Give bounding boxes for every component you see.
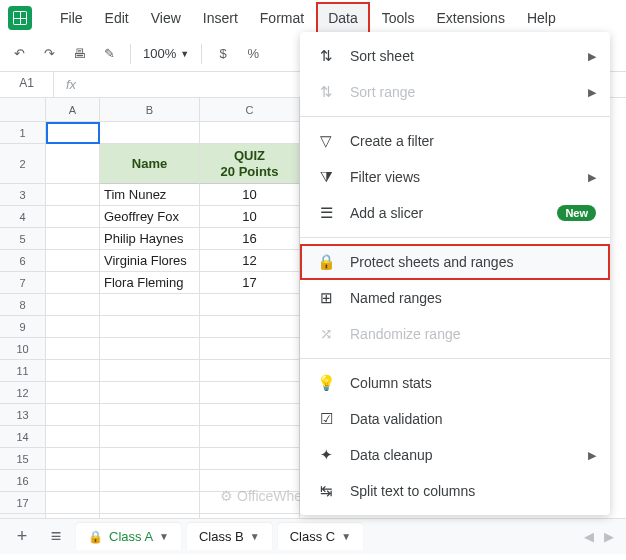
cell-score[interactable]: 12 (200, 250, 300, 272)
cell[interactable] (100, 426, 200, 448)
cell[interactable] (100, 338, 200, 360)
cell[interactable] (46, 184, 100, 206)
cell-score[interactable]: 10 (200, 206, 300, 228)
menu-edit[interactable]: Edit (95, 4, 139, 32)
protect-sheets-item[interactable]: 🔒Protect sheets and ranges (300, 244, 610, 280)
undo-icon[interactable]: ↶ (10, 45, 28, 63)
row-header[interactable]: 7 (0, 272, 46, 294)
cell[interactable] (100, 122, 200, 144)
row-header[interactable]: 12 (0, 382, 46, 404)
cell[interactable] (46, 470, 100, 492)
cell[interactable] (46, 448, 100, 470)
row-header[interactable]: 10 (0, 338, 46, 360)
cell-score[interactable]: 17 (200, 272, 300, 294)
header-quiz[interactable]: QUIZ20 Points (200, 144, 300, 184)
paint-format-icon[interactable]: ✎ (100, 45, 118, 63)
row-header[interactable]: 8 (0, 294, 46, 316)
cell[interactable] (200, 122, 300, 144)
redo-icon[interactable]: ↷ (40, 45, 58, 63)
cell[interactable] (46, 228, 100, 250)
zoom-select[interactable]: 100% ▼ (143, 46, 189, 61)
data-cleanup-item[interactable]: ✦Data cleanup▶ (300, 437, 610, 473)
header-name[interactable]: Name (100, 144, 200, 184)
cell[interactable] (100, 294, 200, 316)
menu-extensions[interactable]: Extensions (426, 4, 514, 32)
menu-view[interactable]: View (141, 4, 191, 32)
row-header[interactable]: 6 (0, 250, 46, 272)
named-ranges-item[interactable]: ⊞Named ranges (300, 280, 610, 316)
cell[interactable] (100, 382, 200, 404)
split-text-item[interactable]: ↹Split text to columns (300, 473, 610, 509)
row-header[interactable]: 11 (0, 360, 46, 382)
menu-format[interactable]: Format (250, 4, 314, 32)
row-header[interactable]: 13 (0, 404, 46, 426)
cell-a1[interactable] (46, 122, 100, 144)
print-icon[interactable]: 🖶 (70, 45, 88, 63)
sheet-tab-class-b[interactable]: Class B▼ (187, 523, 272, 550)
cell[interactable] (46, 338, 100, 360)
menu-file[interactable]: File (50, 4, 93, 32)
select-all-corner[interactable] (0, 98, 46, 122)
col-header[interactable]: A (46, 98, 100, 122)
row-header[interactable]: 3 (0, 184, 46, 206)
cell[interactable] (46, 316, 100, 338)
cell[interactable] (46, 294, 100, 316)
add-slicer-item[interactable]: ☰Add a slicerNew (300, 195, 610, 231)
cell[interactable] (200, 382, 300, 404)
cell-name[interactable]: Virginia Flores (100, 250, 200, 272)
cell[interactable] (46, 426, 100, 448)
cell[interactable] (100, 316, 200, 338)
cell[interactable] (200, 426, 300, 448)
cell[interactable] (200, 316, 300, 338)
row-header[interactable]: 2 (0, 144, 46, 184)
row-header[interactable]: 15 (0, 448, 46, 470)
cell[interactable] (100, 404, 200, 426)
currency-icon[interactable]: $ (214, 45, 232, 63)
cell[interactable] (200, 294, 300, 316)
row-header[interactable]: 16 (0, 470, 46, 492)
menu-data[interactable]: Data (316, 2, 370, 34)
cell-name[interactable]: Philip Haynes (100, 228, 200, 250)
cell[interactable] (200, 338, 300, 360)
row-header[interactable]: 4 (0, 206, 46, 228)
cell[interactable] (46, 144, 100, 184)
percent-icon[interactable]: % (244, 45, 262, 63)
sheets-logo[interactable] (8, 6, 32, 30)
row-header[interactable]: 9 (0, 316, 46, 338)
cell-name[interactable]: Flora Fleming (100, 272, 200, 294)
sort-range-item[interactable]: ⇅Sort range▶ (300, 74, 610, 110)
tab-next-icon[interactable]: ▶ (604, 529, 614, 544)
row-header[interactable]: 14 (0, 426, 46, 448)
cell-name[interactable]: Geoffrey Fox (100, 206, 200, 228)
randomize-item[interactable]: ⤮Randomize range (300, 316, 610, 352)
cell[interactable] (46, 272, 100, 294)
column-stats-item[interactable]: 💡Column stats (300, 365, 610, 401)
name-box[interactable]: A1 (0, 72, 54, 97)
menu-insert[interactable]: Insert (193, 4, 248, 32)
cell[interactable] (100, 360, 200, 382)
cell[interactable] (46, 250, 100, 272)
cell[interactable] (200, 404, 300, 426)
tab-prev-icon[interactable]: ◀ (584, 529, 594, 544)
cell[interactable] (200, 448, 300, 470)
add-sheet-button[interactable]: + (8, 523, 36, 551)
data-validation-item[interactable]: ☑Data validation (300, 401, 610, 437)
col-header[interactable]: C (200, 98, 300, 122)
menu-help[interactable]: Help (517, 4, 566, 32)
create-filter-item[interactable]: ▽Create a filter (300, 123, 610, 159)
sheet-tab-class-c[interactable]: Class C▼ (278, 523, 363, 550)
cell[interactable] (46, 206, 100, 228)
cell[interactable] (46, 382, 100, 404)
sort-sheet-item[interactable]: ⇅Sort sheet▶ (300, 38, 610, 74)
row-header[interactable]: 5 (0, 228, 46, 250)
cell[interactable] (46, 492, 100, 514)
col-header[interactable]: B (100, 98, 200, 122)
filter-views-item[interactable]: ⧩Filter views▶ (300, 159, 610, 195)
all-sheets-button[interactable]: ≡ (42, 523, 70, 551)
cell[interactable] (200, 360, 300, 382)
cell[interactable] (100, 470, 200, 492)
cell[interactable] (46, 360, 100, 382)
row-header[interactable]: 1 (0, 122, 46, 144)
cell-name[interactable]: Tim Nunez (100, 184, 200, 206)
cell-score[interactable]: 16 (200, 228, 300, 250)
